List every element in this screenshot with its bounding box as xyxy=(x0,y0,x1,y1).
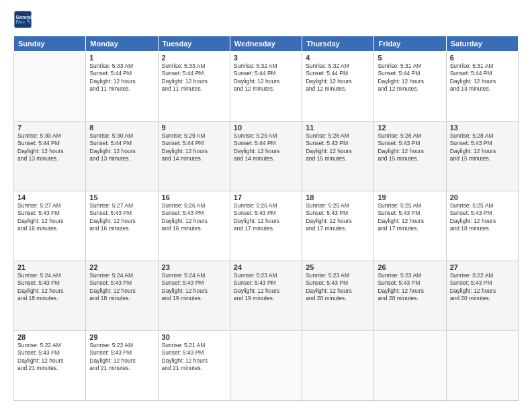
calendar-cell: 10Sunrise: 5:29 AMSunset: 5:44 PMDayligh… xyxy=(230,122,302,191)
calendar-cell: 3Sunrise: 5:32 AMSunset: 5:44 PMDaylight… xyxy=(230,52,302,122)
calendar-cell: 23Sunrise: 5:24 AMSunset: 5:43 PMDayligh… xyxy=(158,261,230,331)
cell-info: Sunrise: 5:23 AMSunset: 5:43 PMDaylight:… xyxy=(306,272,370,303)
cell-info: Sunrise: 5:26 AMSunset: 5:43 PMDaylight:… xyxy=(234,202,298,233)
calendar-cell: 18Sunrise: 5:25 AMSunset: 5:43 PMDayligh… xyxy=(302,191,374,261)
calendar-cell: 28Sunrise: 5:22 AMSunset: 5:43 PMDayligh… xyxy=(14,331,86,401)
weekday-header: Tuesday xyxy=(158,36,230,52)
cell-info: Sunrise: 5:23 AMSunset: 5:43 PMDaylight:… xyxy=(234,272,298,303)
day-number: 18 xyxy=(306,193,370,201)
cell-info: Sunrise: 5:22 AMSunset: 5:43 PMDaylight:… xyxy=(17,342,82,373)
day-number: 8 xyxy=(89,124,154,132)
cell-info: Sunrise: 5:28 AMSunset: 5:43 PMDaylight:… xyxy=(306,132,370,163)
day-number: 23 xyxy=(162,263,226,271)
day-number: 27 xyxy=(450,263,515,271)
cell-info: Sunrise: 5:22 AMSunset: 5:43 PMDaylight:… xyxy=(450,272,515,303)
cell-info: Sunrise: 5:23 AMSunset: 5:43 PMDaylight:… xyxy=(378,272,442,303)
day-number: 7 xyxy=(17,124,82,132)
calendar-cell: 22Sunrise: 5:24 AMSunset: 5:43 PMDayligh… xyxy=(86,261,158,331)
day-number: 4 xyxy=(306,54,370,62)
calendar-table: SundayMondayTuesdayWednesdayThursdayFrid… xyxy=(13,36,519,401)
cell-info: Sunrise: 5:27 AMSunset: 5:43 PMDaylight:… xyxy=(17,202,82,233)
day-number: 9 xyxy=(162,124,226,132)
cell-info: Sunrise: 5:31 AMSunset: 5:44 PMDaylight:… xyxy=(450,62,515,93)
cell-info: Sunrise: 5:32 AMSunset: 5:44 PMDaylight:… xyxy=(234,62,298,93)
calendar-week-row: 21Sunrise: 5:24 AMSunset: 5:43 PMDayligh… xyxy=(14,261,519,331)
day-number: 12 xyxy=(378,124,442,132)
day-number: 20 xyxy=(450,193,515,201)
calendar-cell: 5Sunrise: 5:31 AMSunset: 5:44 PMDaylight… xyxy=(374,52,446,122)
calendar-cell xyxy=(302,331,374,401)
svg-text:Blue: Blue xyxy=(16,19,26,24)
cell-info: Sunrise: 5:27 AMSunset: 5:43 PMDaylight:… xyxy=(89,202,154,233)
day-number: 29 xyxy=(89,333,154,341)
header: General Blue xyxy=(13,10,519,29)
calendar-cell: 26Sunrise: 5:23 AMSunset: 5:43 PMDayligh… xyxy=(374,261,446,331)
day-number: 21 xyxy=(17,263,82,271)
weekday-header: Sunday xyxy=(14,36,86,52)
logo-icon: General Blue xyxy=(13,10,32,29)
calendar-cell: 8Sunrise: 5:30 AMSunset: 5:44 PMDaylight… xyxy=(86,122,158,191)
day-number: 28 xyxy=(17,333,82,341)
day-number: 25 xyxy=(306,263,370,271)
day-number: 5 xyxy=(378,54,442,62)
calendar-week-row: 1Sunrise: 5:33 AMSunset: 5:44 PMDaylight… xyxy=(14,52,519,122)
day-number: 2 xyxy=(162,54,226,62)
day-number: 14 xyxy=(17,193,82,201)
day-number: 24 xyxy=(234,263,298,271)
cell-info: Sunrise: 5:33 AMSunset: 5:44 PMDaylight:… xyxy=(89,62,154,93)
cell-info: Sunrise: 5:28 AMSunset: 5:43 PMDaylight:… xyxy=(378,132,442,163)
day-number: 30 xyxy=(162,333,226,341)
cell-info: Sunrise: 5:29 AMSunset: 5:44 PMDaylight:… xyxy=(234,132,298,163)
cell-info: Sunrise: 5:25 AMSunset: 5:43 PMDaylight:… xyxy=(450,202,515,233)
cell-info: Sunrise: 5:32 AMSunset: 5:44 PMDaylight:… xyxy=(306,62,370,93)
calendar-cell: 6Sunrise: 5:31 AMSunset: 5:44 PMDaylight… xyxy=(446,52,518,122)
calendar-cell: 19Sunrise: 5:25 AMSunset: 5:43 PMDayligh… xyxy=(374,191,446,261)
cell-info: Sunrise: 5:30 AMSunset: 5:44 PMDaylight:… xyxy=(17,132,82,163)
cell-info: Sunrise: 5:24 AMSunset: 5:43 PMDaylight:… xyxy=(89,272,154,303)
day-number: 22 xyxy=(89,263,154,271)
cell-info: Sunrise: 5:26 AMSunset: 5:43 PMDaylight:… xyxy=(162,202,226,233)
calendar-cell: 24Sunrise: 5:23 AMSunset: 5:43 PMDayligh… xyxy=(230,261,302,331)
calendar-header-row: SundayMondayTuesdayWednesdayThursdayFrid… xyxy=(14,36,519,52)
day-number: 26 xyxy=(378,263,442,271)
calendar-cell: 21Sunrise: 5:24 AMSunset: 5:43 PMDayligh… xyxy=(14,261,86,331)
calendar-week-row: 14Sunrise: 5:27 AMSunset: 5:43 PMDayligh… xyxy=(14,191,519,261)
calendar-week-row: 7Sunrise: 5:30 AMSunset: 5:44 PMDaylight… xyxy=(14,122,519,191)
cell-info: Sunrise: 5:29 AMSunset: 5:44 PMDaylight:… xyxy=(162,132,226,163)
weekday-header: Thursday xyxy=(302,36,374,52)
calendar-cell: 2Sunrise: 5:33 AMSunset: 5:44 PMDaylight… xyxy=(158,52,230,122)
day-number: 15 xyxy=(89,193,154,201)
calendar-cell: 30Sunrise: 5:21 AMSunset: 5:43 PMDayligh… xyxy=(158,331,230,401)
calendar-cell: 27Sunrise: 5:22 AMSunset: 5:43 PMDayligh… xyxy=(446,261,518,331)
calendar-cell: 9Sunrise: 5:29 AMSunset: 5:44 PMDaylight… xyxy=(158,122,230,191)
calendar-cell: 1Sunrise: 5:33 AMSunset: 5:44 PMDaylight… xyxy=(86,52,158,122)
cell-info: Sunrise: 5:25 AMSunset: 5:43 PMDaylight:… xyxy=(306,202,370,233)
calendar-cell: 17Sunrise: 5:26 AMSunset: 5:43 PMDayligh… xyxy=(230,191,302,261)
page: General Blue SundayMondayTuesdayWednesda… xyxy=(0,0,532,411)
day-number: 19 xyxy=(378,193,442,201)
calendar-cell xyxy=(446,331,518,401)
weekday-header: Wednesday xyxy=(230,36,302,52)
calendar-cell: 4Sunrise: 5:32 AMSunset: 5:44 PMDaylight… xyxy=(302,52,374,122)
day-number: 16 xyxy=(162,193,226,201)
cell-info: Sunrise: 5:21 AMSunset: 5:43 PMDaylight:… xyxy=(162,342,226,373)
calendar-cell: 29Sunrise: 5:22 AMSunset: 5:43 PMDayligh… xyxy=(86,331,158,401)
calendar-cell: 25Sunrise: 5:23 AMSunset: 5:43 PMDayligh… xyxy=(302,261,374,331)
calendar-cell xyxy=(230,331,302,401)
cell-info: Sunrise: 5:22 AMSunset: 5:43 PMDaylight:… xyxy=(89,342,154,373)
day-number: 13 xyxy=(450,124,515,132)
cell-info: Sunrise: 5:28 AMSunset: 5:43 PMDaylight:… xyxy=(450,132,515,163)
calendar-cell: 16Sunrise: 5:26 AMSunset: 5:43 PMDayligh… xyxy=(158,191,230,261)
day-number: 6 xyxy=(450,54,515,62)
day-number: 17 xyxy=(234,193,298,201)
cell-info: Sunrise: 5:24 AMSunset: 5:43 PMDaylight:… xyxy=(17,272,82,303)
calendar-cell: 7Sunrise: 5:30 AMSunset: 5:44 PMDaylight… xyxy=(14,122,86,191)
calendar-cell: 15Sunrise: 5:27 AMSunset: 5:43 PMDayligh… xyxy=(86,191,158,261)
calendar-cell: 20Sunrise: 5:25 AMSunset: 5:43 PMDayligh… xyxy=(446,191,518,261)
calendar-week-row: 28Sunrise: 5:22 AMSunset: 5:43 PMDayligh… xyxy=(14,331,519,401)
calendar-body: 1Sunrise: 5:33 AMSunset: 5:44 PMDaylight… xyxy=(14,52,519,401)
logo: General Blue xyxy=(13,10,32,29)
cell-info: Sunrise: 5:33 AMSunset: 5:44 PMDaylight:… xyxy=(162,62,226,93)
calendar-cell xyxy=(374,331,446,401)
weekday-header: Friday xyxy=(374,36,446,52)
